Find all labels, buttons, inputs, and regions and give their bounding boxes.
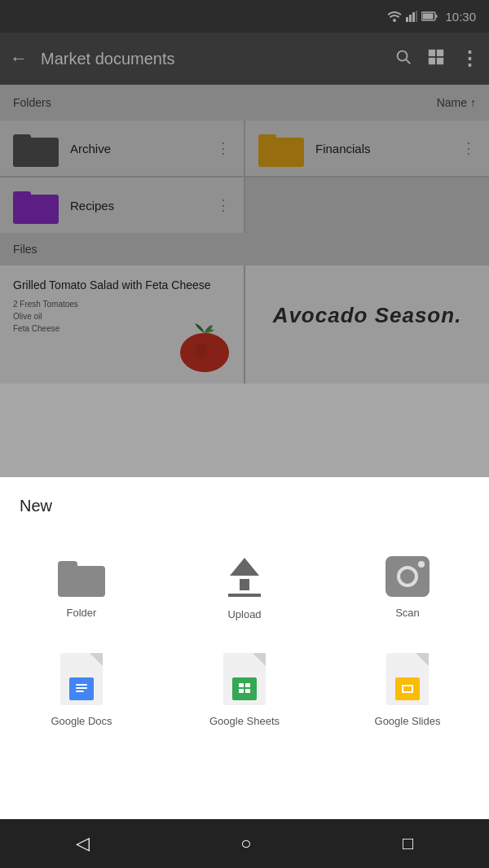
svg-rect-16 <box>13 134 31 142</box>
sheets-badge <box>232 677 257 700</box>
svg-rect-30 <box>239 689 244 693</box>
app-bar-actions: ⋮ <box>394 47 479 70</box>
grid-view-button[interactable] <box>427 48 445 70</box>
google-slides-button[interactable]: Google Slides <box>326 637 489 743</box>
svg-rect-12 <box>429 57 435 64</box>
nav-bar: ◁ ○ □ <box>0 819 489 868</box>
svg-rect-27 <box>76 690 84 692</box>
app-bar: ← Market documents ⋮ <box>0 33 489 85</box>
file-item[interactable]: Grilled Tomato Salad with Feta Cheese 2 … <box>0 265 244 384</box>
folders-section-header: Folders Name ↑ <box>0 85 489 121</box>
scan-icon <box>385 556 430 597</box>
folder-grid: Archive ⋮ Financials ⋮ Recipes ⋮ <box>0 121 489 233</box>
svg-rect-29 <box>245 683 250 687</box>
folder-item-empty <box>245 178 489 233</box>
svg-rect-11 <box>437 49 443 55</box>
folder-item[interactable]: Archive ⋮ <box>0 121 244 176</box>
svg-point-0 <box>393 19 396 22</box>
svg-rect-1 <box>406 17 408 22</box>
svg-point-22 <box>195 343 208 359</box>
folder-new-icon <box>58 556 105 597</box>
svg-rect-33 <box>403 686 412 691</box>
sort-label: Name <box>437 96 467 109</box>
svg-rect-10 <box>429 49 435 55</box>
folder-more-button[interactable]: ⋮ <box>216 196 231 214</box>
docs-badge <box>69 677 94 700</box>
svg-rect-6 <box>423 14 434 20</box>
sort-direction-icon: ↑ <box>470 96 476 109</box>
bottom-sheet: New Folder Upload Scan <box>0 477 489 760</box>
upload-label: Upload <box>227 608 261 620</box>
more-options-button[interactable]: ⋮ <box>460 47 479 70</box>
files-grid: Grilled Tomato Salad with Feta Cheese 2 … <box>0 265 489 384</box>
svg-rect-24 <box>58 561 77 572</box>
folder-name: Archive <box>70 142 205 156</box>
svg-rect-3 <box>412 12 415 22</box>
svg-rect-18 <box>258 134 276 142</box>
scan-label: Scan <box>395 607 420 619</box>
wifi-icon <box>387 11 402 22</box>
file-item[interactable]: Avocado Season. <box>245 265 489 384</box>
svg-rect-4 <box>416 11 417 22</box>
status-icons: 10:30 <box>387 10 476 24</box>
google-sheets-label: Google Sheets <box>209 715 280 727</box>
folder-icon-dark <box>13 129 59 167</box>
new-folder-label: Folder <box>67 607 97 619</box>
files-label: Files <box>13 243 37 256</box>
back-button[interactable]: ← <box>10 48 28 69</box>
new-items-grid: Folder Upload Scan <box>0 532 489 760</box>
google-docs-button[interactable]: Google Docs <box>0 637 163 743</box>
svg-rect-26 <box>76 687 87 689</box>
status-bar: 10:30 <box>0 0 489 33</box>
google-sheets-icon <box>223 653 266 705</box>
upload-icon <box>223 556 266 598</box>
folder-item[interactable]: Financials ⋮ <box>245 121 489 176</box>
slides-badge <box>395 677 420 700</box>
svg-rect-28 <box>239 683 244 687</box>
svg-rect-13 <box>437 57 443 64</box>
google-sheets-button[interactable]: Google Sheets <box>163 637 326 743</box>
svg-line-9 <box>406 59 410 64</box>
folder-name: Financials <box>315 142 450 156</box>
folder-name: Recipes <box>70 199 205 213</box>
google-docs-icon <box>60 653 103 705</box>
folder-item[interactable]: Recipes ⋮ <box>0 178 244 233</box>
upload-button[interactable]: Upload <box>163 540 326 637</box>
google-slides-icon <box>386 653 429 705</box>
svg-rect-7 <box>436 15 438 18</box>
svg-rect-31 <box>245 689 250 693</box>
svg-rect-20 <box>13 191 31 199</box>
search-button[interactable] <box>394 48 412 70</box>
file-title-avocado: Avocado Season. <box>258 278 476 328</box>
nav-home-button[interactable]: ○ <box>240 833 251 854</box>
signal-icon <box>406 11 417 22</box>
folders-label: Folders <box>13 96 51 109</box>
new-folder-button[interactable]: Folder <box>0 540 163 637</box>
folder-icon-yellow <box>258 129 304 167</box>
folder-more-button[interactable]: ⋮ <box>461 139 476 157</box>
sort-control[interactable]: Name ↑ <box>437 96 476 109</box>
files-section-header: Files <box>0 233 489 265</box>
folder-icon-purple <box>13 186 59 224</box>
battery-icon <box>421 11 438 21</box>
page-title: Market documents <box>41 50 381 68</box>
scan-button[interactable]: Scan <box>326 540 489 637</box>
file-title: Grilled Tomato Salad with Feta Cheese <box>13 278 231 292</box>
nav-back-button[interactable]: ◁ <box>76 833 90 854</box>
google-docs-label: Google Docs <box>51 715 112 727</box>
google-slides-label: Google Slides <box>375 715 441 727</box>
status-time: 10:30 <box>445 10 476 24</box>
svg-rect-2 <box>409 15 412 22</box>
folder-more-button[interactable]: ⋮ <box>216 139 231 157</box>
nav-recent-button[interactable]: □ <box>403 833 413 854</box>
svg-point-8 <box>398 50 408 60</box>
svg-rect-25 <box>76 684 87 686</box>
file-thumbnail <box>170 310 236 375</box>
bottom-sheet-title: New <box>0 497 489 532</box>
